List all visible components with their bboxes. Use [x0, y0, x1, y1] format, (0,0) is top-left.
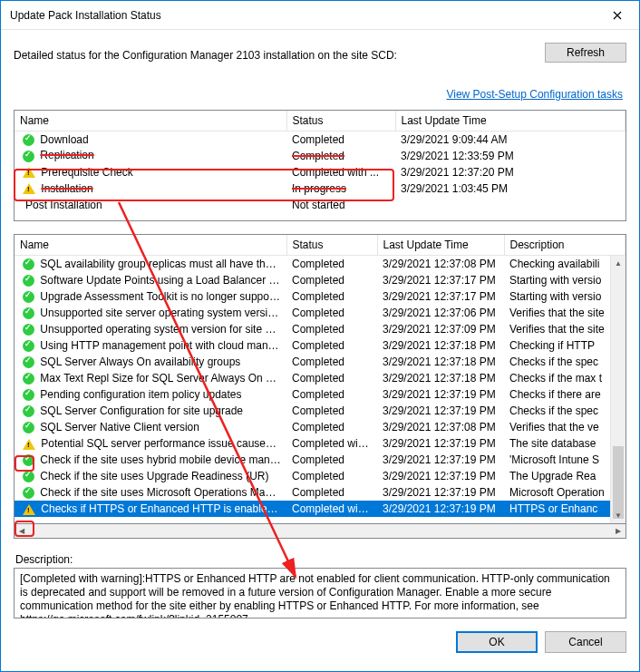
cell-name: SQL availability group replicas must all… [40, 258, 286, 270]
dialog-content: Detailed status for the Configuration Ma… [1, 30, 639, 671]
window-title: Update Pack Installation Status [10, 9, 596, 22]
cell-description: Verifies that the site [504, 305, 610, 321]
cell-name: Replication [40, 149, 93, 161]
col-status[interactable]: Status [286, 235, 377, 256]
dialog-window: Update Pack Installation Status Detailed… [0, 0, 640, 672]
cell-last-update: 3/29/2021 12:37:18 PM [377, 370, 504, 386]
header-row: Detailed status for the Configuration Ma… [14, 43, 626, 63]
cell-last-update: 3/29/2021 12:37:19 PM [377, 468, 504, 484]
cancel-button[interactable]: Cancel [545, 631, 626, 653]
table-row[interactable]: Check if the site uses Upgrade Readiness… [15, 468, 610, 484]
cell-name: Pending configuration item policy update… [40, 388, 241, 401]
col-last-update[interactable]: Last Update Time [377, 235, 504, 256]
success-icon [23, 258, 34, 270]
scroll-down-icon[interactable]: ▼ [611, 508, 625, 523]
table-row[interactable]: Prerequisite Check Completed with ... 3/… [15, 164, 625, 180]
cell-description: Verifies that the ve [504, 419, 610, 435]
cell-status: Completed [286, 452, 377, 468]
checks-grid[interactable]: Name Status Last Update Time Description… [14, 234, 626, 524]
table-row[interactable]: Pending configuration item policy update… [15, 386, 610, 403]
col-last-update[interactable]: Last Update Time [395, 111, 625, 131]
success-icon [23, 487, 34, 499]
success-icon [23, 291, 34, 303]
success-icon [23, 307, 34, 319]
cell-last-update: 3/29/2021 9:09:44 AM [395, 131, 625, 148]
table-row[interactable]: Using HTTP management point with cloud m… [15, 337, 610, 354]
col-name[interactable]: Name [15, 235, 286, 256]
warning-icon [23, 183, 35, 194]
cell-name: Installation [41, 182, 92, 195]
scroll-up-icon[interactable]: ▲ [611, 256, 625, 271]
table-row[interactable]: Installation In progress 3/29/2021 1:03:… [15, 180, 625, 197]
col-description[interactable]: Description [504, 235, 625, 256]
post-setup-link[interactable]: View Post-Setup Configuration tasks [446, 88, 623, 101]
scroll-right-icon[interactable]: ▶ [611, 525, 625, 538]
cell-last-update: 3/29/2021 12:37:09 PM [377, 321, 504, 337]
success-icon [23, 454, 34, 466]
table-row[interactable]: SQL Server Configuration for site upgrad… [15, 403, 610, 419]
success-icon [23, 275, 34, 287]
cell-status: Completed [286, 148, 395, 164]
success-icon [23, 405, 34, 417]
warning-icon [23, 439, 35, 450]
description-box[interactable]: [Completed with warning]:HTTPS or Enhanc… [14, 568, 626, 618]
vertical-scrollbar[interactable]: ▲ ▼ [610, 256, 625, 523]
refresh-button[interactable]: Refresh [545, 43, 626, 63]
success-icon [23, 324, 34, 336]
table-row[interactable]: Checks if HTTPS or Enhanced HTTP is enab… [15, 501, 610, 517]
cell-description: The site database [504, 435, 610, 452]
table-row[interactable]: Post Installation Not started [15, 197, 625, 213]
table-row[interactable]: Check if the site uses Microsoft Operati… [15, 484, 610, 501]
table-row[interactable]: Replication Completed 3/29/2021 12:33:59… [15, 148, 625, 164]
cell-status: Completed with ... [286, 501, 377, 517]
col-name[interactable]: Name [15, 111, 286, 131]
cell-description: Starting with versio [504, 288, 610, 305]
cell-last-update: 3/29/2021 12:37:19 PM [377, 501, 504, 517]
cell-status: Completed [286, 256, 377, 272]
cell-name: Download [40, 133, 88, 146]
cell-description: Checks if the spec [504, 354, 610, 370]
cell-last-update: 3/29/2021 12:37:18 PM [377, 337, 504, 354]
cell-status: Completed [286, 419, 377, 435]
success-icon [23, 422, 34, 433]
table-row[interactable]: Download Completed 3/29/2021 9:09:44 AM [15, 131, 625, 148]
success-icon [23, 471, 34, 482]
table-row[interactable]: SQL availability group replicas must all… [15, 256, 610, 272]
cell-description: Checks if there are [504, 386, 610, 403]
table-row[interactable]: SQL Server Always On availability groups… [15, 354, 610, 370]
cell-status: Completed [286, 337, 377, 354]
cell-last-update: 3/29/2021 1:03:45 PM [395, 180, 625, 197]
table-row[interactable]: Max Text Repl Size for SQL Server Always… [15, 370, 610, 386]
cell-status: Completed [286, 403, 377, 419]
table-row[interactable]: SQL Server Native Client version Complet… [15, 419, 610, 435]
scroll-left-icon[interactable]: ◀ [15, 525, 29, 538]
cell-status: Completed with ... [286, 164, 395, 180]
cell-name: Using HTTP management point with cloud m… [40, 339, 286, 352]
ok-button[interactable]: OK [456, 631, 538, 653]
horizontal-scrollbar[interactable]: ◀ ▶ [14, 524, 626, 539]
cell-name: Software Update Points using a Load Bala… [40, 274, 286, 287]
close-button[interactable] [596, 2, 637, 29]
cell-status: Completed [286, 288, 377, 305]
warning-icon [23, 167, 35, 178]
table-row[interactable]: Upgrade Assessment Toolkit is no longer … [15, 288, 610, 305]
cell-description: Starting with versio [504, 272, 610, 288]
cell-name: SQL Server Always On availability groups [40, 355, 240, 368]
table-row[interactable]: Check if the site uses hybrid mobile dev… [15, 452, 610, 468]
link-row: View Post-Setup Configuration tasks [14, 88, 623, 101]
phases-grid[interactable]: Name Status Last Update Time Download Co… [14, 110, 626, 221]
table-row[interactable]: Potential SQL server performance issue c… [15, 435, 610, 452]
success-icon [23, 356, 34, 368]
cell-last-update: 3/29/2021 12:37:08 PM [377, 256, 504, 272]
cell-name: SQL Server Native Client version [40, 421, 199, 433]
warning-icon [23, 504, 35, 515]
cell-status: Completed [286, 131, 395, 148]
table-row[interactable]: Unsupported site server operating system… [15, 305, 610, 321]
cell-last-update: 3/29/2021 12:37:19 PM [377, 484, 504, 501]
table-row[interactable]: Software Update Points using a Load Bala… [15, 272, 610, 288]
col-status[interactable]: Status [286, 111, 395, 131]
success-icon [23, 389, 34, 401]
table-row[interactable]: Unsupported operating system version for… [15, 321, 610, 337]
cell-last-update: 3/29/2021 12:37:17 PM [377, 288, 504, 305]
success-icon [23, 373, 34, 385]
